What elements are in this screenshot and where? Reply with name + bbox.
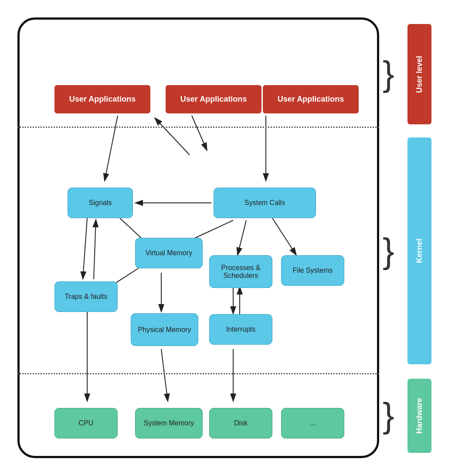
signals-box: Signals: [68, 188, 133, 218]
etc-box: ...: [281, 408, 344, 438]
cpu-box: CPU: [54, 408, 118, 438]
kernel-hardware-divider: [17, 373, 379, 374]
svg-line-8: [272, 218, 296, 255]
virtual-memory-box: Virtual Memory: [135, 238, 203, 268]
svg-line-17: [161, 349, 168, 401]
interrupts-box: Interrupts: [209, 314, 272, 345]
processes-schedulers-box: Processes & Schedulers: [209, 255, 272, 288]
user-kernel-divider: [17, 127, 379, 128]
kernel-level-box: Kernel: [407, 137, 431, 364]
svg-line-7: [238, 220, 246, 255]
file-systems-box: File Systems: [281, 255, 344, 286]
system-memory-box: System Memory: [135, 408, 203, 438]
user-level-bracket: }: [383, 20, 394, 128]
svg-line-4: [155, 118, 190, 155]
disk-box: Disk: [209, 408, 272, 438]
main-diagram-container: User Applications User Applications User…: [17, 17, 379, 458]
svg-line-10: [83, 218, 87, 279]
kernel-bracket: }: [383, 129, 394, 373]
user-app-2: User Applications: [166, 85, 261, 113]
system-calls-box: System Calls: [214, 188, 316, 218]
svg-line-2: [105, 116, 118, 181]
hardware-level-box: Hardware: [407, 379, 431, 453]
hardware-bracket: }: [383, 374, 394, 456]
traps-faults-box: Traps & faults: [54, 281, 118, 312]
user-app-1: User Applications: [54, 85, 150, 113]
user-app-3: User Applications: [263, 85, 359, 113]
user-level-box: User level: [407, 24, 431, 124]
svg-line-3: [192, 116, 207, 151]
svg-line-11: [94, 219, 96, 279]
physical-memory-box: Physical Memory: [131, 313, 198, 346]
